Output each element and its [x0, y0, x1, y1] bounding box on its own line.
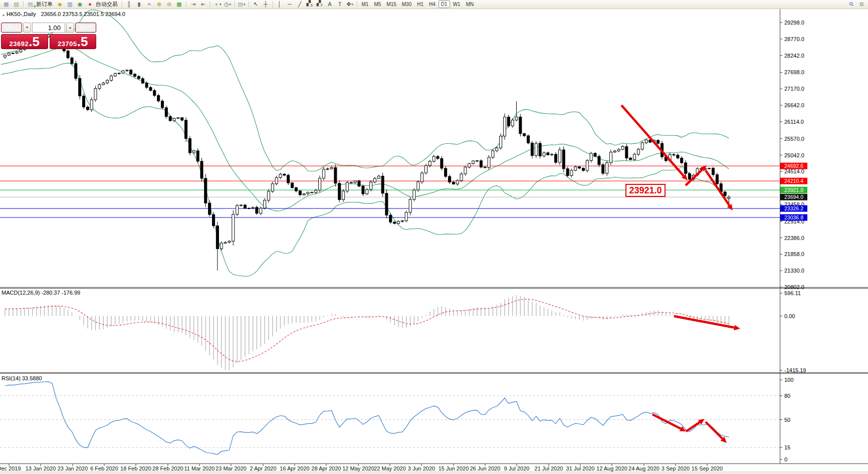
- pane-separators[interactable]: [0, 9, 868, 464]
- trend-arrows-rsi[interactable]: [653, 414, 727, 443]
- chart-shift-icon[interactable]: ⇤: [198, 1, 208, 8]
- tile-windows-icon[interactable]: ▦: [174, 1, 184, 8]
- autotrading-icon-label[interactable]: 自动交易: [96, 1, 118, 8]
- vertical-line-icon[interactable]: │: [275, 1, 285, 8]
- market-watch-icon[interactable]: ▥: [65, 1, 75, 8]
- toolbar-separator: [186, 1, 186, 8]
- timeframe-button-m30[interactable]: M30: [399, 1, 414, 8]
- svg-text:23326.2: 23326.2: [784, 205, 803, 211]
- svg-text:11 Mar 2020: 11 Mar 2020: [184, 465, 215, 471]
- cursor-icon[interactable]: ↖: [251, 1, 261, 8]
- price-tag-23921.0: 23921.0: [780, 187, 807, 193]
- volume-down-button[interactable]: ▼: [23, 23, 31, 33]
- periods-icon[interactable]: ◷▾: [223, 1, 233, 9]
- svg-text:21330.0: 21330.0: [784, 268, 804, 274]
- toolbar-separator: [273, 1, 273, 8]
- symbol-period-label: HK50-,Daily: [7, 11, 36, 17]
- svg-text:25042.0: 25042.0: [784, 152, 804, 158]
- mt4-window: ▦▧▤+新订单◆▥◉●自动交易║▮≈⊕⊖▦⇥⇤＋▾◷▾▤▾↖┼│─╱▞E▞FAT…: [0, 0, 868, 474]
- svg-text:23 Mar 2020: 23 Mar 2020: [215, 465, 247, 471]
- macd-axis: 596.110.00-1415.19: [780, 290, 806, 373]
- chat-icon[interactable]: ⧉: [857, 1, 866, 8]
- timeframe-button-mn[interactable]: MN: [464, 1, 477, 8]
- svg-text:24514.0: 24514.0: [784, 168, 804, 174]
- text-icon[interactable]: A: [325, 1, 335, 8]
- rsi-axis: 1008050150: [780, 377, 793, 462]
- buy-price-display[interactable]: 23705.5: [50, 34, 97, 49]
- indicator-list-icon[interactable]: ▧: [12, 1, 21, 8]
- svg-text:3 Jun 2020: 3 Jun 2020: [408, 465, 435, 471]
- svg-text:26 Jun 2020: 26 Jun 2020: [470, 465, 501, 471]
- trend-arrow-macd[interactable]: [674, 316, 740, 330]
- volume-up-button[interactable]: ▲: [66, 23, 74, 33]
- trendline-icon[interactable]: ╱: [295, 1, 305, 8]
- svg-text:15: 15: [784, 444, 790, 450]
- candlestick-chart-icon[interactable]: ▮: [134, 1, 144, 8]
- equidistant-channel-icon[interactable]: ▞E: [305, 0, 315, 9]
- zoom-in-icon[interactable]: ⊕: [154, 1, 164, 8]
- bollinger-upper-band: [1, 10, 729, 171]
- price-tag-24210.4: 24210.4: [780, 178, 807, 184]
- svg-text:23694.0: 23694.0: [784, 194, 803, 200]
- search-icon[interactable]: ⚲: [847, 1, 856, 8]
- navigator-icon[interactable]: ◉: [75, 1, 85, 8]
- price-axis: 29298.028770.028242.027698.027170.026642…: [780, 20, 804, 290]
- svg-text:21 Jul 2020: 21 Jul 2020: [535, 465, 563, 471]
- buy-price-pips: .5: [77, 35, 88, 48]
- toolbar-separator: [122, 1, 122, 8]
- timeframe-button-m1[interactable]: M1: [359, 1, 371, 8]
- fibonacci-icon[interactable]: ▞F: [315, 0, 325, 9]
- horizontal-line-icon[interactable]: ─: [285, 1, 295, 8]
- svg-text:20802.0: 20802.0: [784, 284, 804, 290]
- sell-button[interactable]: SELL: [1, 23, 22, 33]
- toolbar-separator: [357, 1, 357, 8]
- timeframe-button-h4[interactable]: H4: [426, 1, 438, 8]
- new-order-icon[interactable]: ▤+: [26, 1, 35, 8]
- quotes-icon[interactable]: ◆: [55, 1, 65, 8]
- sell-price-pips: .5: [29, 35, 40, 48]
- buy-button[interactable]: BUY: [75, 23, 96, 33]
- chart-canvas[interactable]: 29298.028770.028242.027698.027170.026642…: [0, 0, 868, 474]
- zoom-out-icon[interactable]: ⊖: [164, 1, 174, 8]
- new-order-icon-label[interactable]: 新订单: [36, 1, 53, 8]
- date-axis[interactable]: Dec 201913 Jan 202023 Jan 20206 Feb 2020…: [0, 464, 723, 471]
- svg-text:28 Apr 2020: 28 Apr 2020: [311, 465, 341, 471]
- support-level-callout[interactable]: 23921.0: [625, 184, 666, 197]
- volume-input[interactable]: [32, 23, 65, 33]
- sell-price-main: 23692: [10, 40, 29, 48]
- chart-window-icon[interactable]: ▦: [2, 1, 11, 8]
- macd-histogram: [5, 295, 729, 370]
- svg-text:27698.0: 27698.0: [784, 69, 804, 75]
- timeframe-button-d1[interactable]: D1: [439, 1, 450, 8]
- autotrading-icon[interactable]: ●: [85, 1, 95, 8]
- bollinger-middle-band: [1, 48, 729, 211]
- timeframe-button-m15[interactable]: M15: [384, 1, 398, 8]
- text-label-icon[interactable]: T: [335, 1, 345, 8]
- chart-title: ▴HK50-,Daily23656.0 23753.5 23501.5 2369…: [3, 11, 125, 17]
- svg-text:24210.4: 24210.4: [784, 178, 803, 184]
- svg-text:18 Feb 2020: 18 Feb 2020: [120, 465, 151, 471]
- svg-text:12 May 2020: 12 May 2020: [342, 465, 374, 471]
- svg-text:22 May 2020: 22 May 2020: [374, 465, 406, 471]
- arrows-icon[interactable]: ✥▾: [345, 1, 355, 9]
- svg-text:15 Jun 2020: 15 Jun 2020: [439, 465, 469, 471]
- one-click-trading-panel: SELL ▼ ▲ BUY 23692.5 23705.5: [1, 23, 96, 49]
- timeframe-button-m5[interactable]: M5: [371, 1, 383, 8]
- auto-scroll-icon[interactable]: ⇥: [188, 1, 198, 8]
- svg-text:6 Feb 2020: 6 Feb 2020: [90, 465, 118, 471]
- templates-icon[interactable]: ▤▾: [237, 1, 247, 9]
- chart-marker-icon: ▴: [3, 13, 5, 17]
- svg-text:9 Jul 2020: 9 Jul 2020: [504, 465, 530, 471]
- sell-price-display[interactable]: 23692.5: [1, 34, 48, 49]
- bollinger-bands: [1, 10, 729, 277]
- indicators-add-icon[interactable]: ＋▾: [212, 1, 223, 9]
- crosshair-icon[interactable]: ┼: [261, 1, 271, 8]
- svg-text:3 Sep 2020: 3 Sep 2020: [662, 465, 690, 471]
- price-tag-23694.0: 23694.0: [780, 194, 807, 200]
- timeframe-button-h1[interactable]: H1: [414, 1, 426, 8]
- bollinger-lower-band: [1, 63, 729, 277]
- timeframe-button-w1[interactable]: W1: [451, 1, 463, 8]
- svg-text:22386.0: 22386.0: [784, 235, 804, 241]
- bar-chart-icon[interactable]: ║: [124, 1, 134, 8]
- line-chart-icon[interactable]: ≈: [144, 1, 154, 8]
